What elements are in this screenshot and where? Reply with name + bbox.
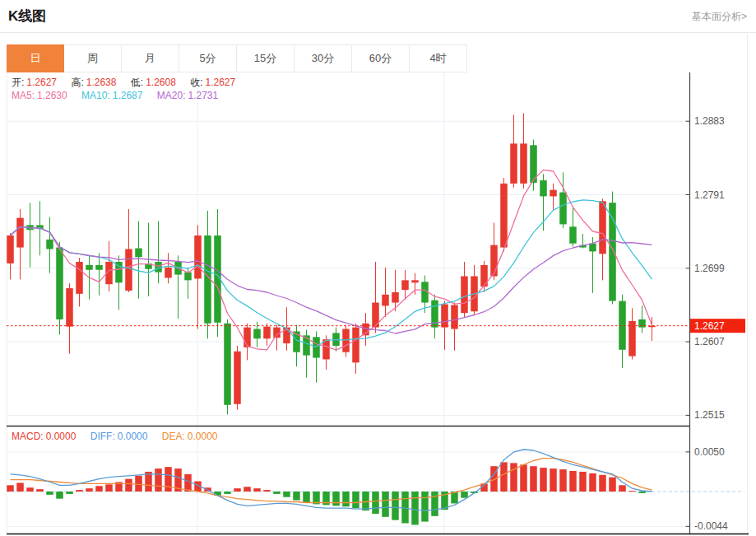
axis-tick-label: 1.2607: [694, 336, 725, 347]
axis-tick-label: 1.2699: [694, 263, 725, 274]
macd-histogram-bar: [293, 492, 300, 501]
ohlc-info-row: 开:1.2627 高:1.2638 低:1.2608 收:1.2627: [12, 76, 238, 90]
tab-60分[interactable]: 60分: [352, 44, 410, 72]
diff-value: 0.0000: [118, 431, 148, 442]
candle-body: [76, 262, 83, 294]
macd-histogram-bar: [550, 468, 557, 492]
macd-histogram-bar: [579, 472, 587, 492]
macd-histogram-bar: [401, 492, 409, 523]
macd-histogram-bar: [86, 488, 93, 492]
macd-histogram-bar: [135, 476, 142, 492]
macd-histogram-bar: [253, 488, 261, 492]
tab-15分[interactable]: 15分: [237, 44, 295, 72]
axis-tick-label: 1.2791: [694, 189, 725, 201]
candle-body: [7, 235, 14, 263]
candle-body: [243, 328, 251, 347]
candle-body: [56, 248, 63, 319]
macd-histogram-bar: [411, 492, 419, 524]
fundamental-analysis-link[interactable]: 基本面分析>: [692, 10, 747, 24]
candle-body: [194, 235, 202, 278]
macd-histogram-bar: [628, 491, 636, 492]
macd-histogram-bar: [46, 492, 53, 495]
macd-histogram-bar: [26, 487, 34, 492]
macd-value: 0.0000: [46, 431, 77, 442]
ma5-line: [11, 170, 652, 350]
macd-histogram-bar: [352, 492, 359, 508]
axis-tick-label: 1.2883: [694, 115, 725, 127]
diff-label: DIFF:: [90, 431, 115, 442]
macd-histogram-bar: [372, 492, 379, 514]
candle-body: [441, 304, 448, 327]
candle-body: [66, 288, 73, 327]
candle-body: [599, 201, 606, 254]
candle-body: [559, 193, 567, 225]
tab-月[interactable]: 月: [122, 44, 179, 72]
candle-body: [46, 240, 53, 249]
macd-histogram-bar: [66, 492, 73, 494]
candle-body: [263, 327, 271, 339]
axis-tick-label: 1.2515: [694, 409, 725, 421]
macd-histogram-bar: [461, 492, 468, 498]
candle-body: [520, 143, 527, 184]
macd-histogram-bar: [56, 492, 63, 499]
candle-body: [401, 280, 409, 290]
macd-histogram-bar: [619, 485, 626, 492]
candle-body: [234, 352, 241, 404]
macd-histogram-bar: [520, 464, 527, 492]
candle-body: [500, 184, 508, 248]
low-label: 低:: [131, 77, 143, 88]
page-header: K线图 基本面分析>: [0, 0, 756, 33]
candle-body: [342, 329, 350, 352]
candle-body: [16, 218, 24, 248]
candle-body: [569, 226, 577, 243]
open-label: 开:: [12, 77, 24, 88]
kline-page: 1.28831.27911.26991.26071.25150.0050-0.0…: [0, 0, 756, 536]
macd-histogram-bar: [76, 490, 83, 492]
tab-5分[interactable]: 5分: [179, 44, 237, 72]
macd-histogram-bar: [95, 486, 103, 492]
tab-日[interactable]: 日: [7, 44, 64, 72]
macd-histogram-bar: [589, 473, 596, 492]
low-value: 1.2608: [146, 77, 176, 88]
macd-histogram-bar: [530, 466, 537, 492]
candle-body: [490, 245, 498, 277]
macd-histogram-bar: [540, 468, 547, 492]
macd-histogram-bar: [342, 492, 350, 506]
page-title: K线图: [8, 7, 46, 26]
ma10-label: MA10:: [81, 90, 110, 101]
candle-body: [86, 265, 93, 270]
candle-body: [540, 180, 547, 196]
dea-label: DEA:: [162, 431, 185, 442]
candle-body: [628, 321, 636, 357]
candle-body: [135, 249, 142, 258]
macd-histogram-bar: [16, 482, 24, 492]
candle-body: [95, 265, 103, 270]
axis-tick-label: 0.0050: [694, 446, 725, 458]
tab-4时[interactable]: 4时: [410, 44, 467, 72]
macd-histogram-bar: [273, 492, 281, 494]
ma5-value: 1.2630: [37, 90, 67, 101]
macd-histogram-bar: [283, 492, 290, 497]
close-label: 收:: [190, 77, 202, 88]
candle-body: [184, 273, 192, 281]
tab-周[interactable]: 周: [64, 44, 122, 72]
candle-body: [224, 324, 231, 405]
macd-histogram-bar: [510, 463, 517, 492]
ma10-value: 1.2687: [113, 90, 143, 101]
macd-histogram-bar: [165, 467, 172, 492]
candle-body: [480, 265, 488, 287]
macd-histogram-bar: [155, 468, 162, 492]
candle-body: [382, 295, 389, 306]
ma5-label: MA5:: [12, 90, 35, 101]
macd-histogram-bar: [243, 487, 251, 492]
candle-body: [550, 190, 557, 197]
macd-histogram-bar: [7, 485, 14, 492]
candle-body: [392, 292, 399, 303]
macd-histogram-bar: [184, 474, 192, 492]
macd-histogram-bar: [609, 478, 616, 492]
open-value: 1.2627: [26, 77, 57, 88]
macd-label: MACD:: [12, 431, 44, 442]
tab-30分[interactable]: 30分: [295, 44, 352, 72]
close-value: 1.2627: [206, 77, 236, 88]
macd-histogram-bar: [500, 462, 508, 492]
